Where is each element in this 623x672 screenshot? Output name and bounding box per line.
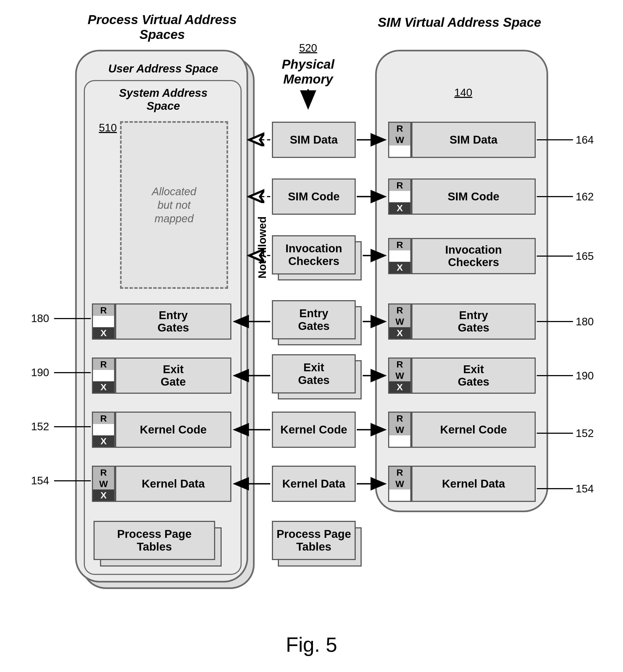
perm-left-kcode: R X — [92, 412, 115, 448]
ref-152r: 152 — [576, 427, 594, 440]
perm-x-cell: X — [93, 489, 114, 501]
right-exit-label: Exit Gates — [456, 363, 492, 388]
ref-154l: 154 — [31, 475, 49, 487]
perm-left-entry: R X — [92, 303, 115, 340]
left-kernel-data-box: Kernel Data — [115, 466, 231, 502]
right-entry-label: Entry Gates — [456, 309, 492, 334]
perm-r-cell: R — [389, 123, 410, 134]
perm-empty-cell — [389, 250, 410, 262]
perm-w-cell: W — [389, 424, 410, 436]
perm-w-cell: W — [389, 478, 410, 489]
right-invchk-label: Invocation Checkers — [443, 244, 504, 269]
perm-r-cell: R — [93, 467, 114, 478]
right-invchk-box: Invocation Checkers — [411, 238, 536, 274]
left-entry-gates-label: Entry Gates — [155, 309, 191, 334]
perm-x-cell: X — [389, 202, 410, 214]
perm-empty-cell — [93, 424, 114, 436]
right-kcode-box: Kernel Code — [411, 412, 536, 448]
right-kcode-label: Kernel Code — [438, 423, 509, 436]
perm-right-simcode: R X — [388, 178, 411, 215]
left-entry-gates-box: Entry Gates — [115, 303, 231, 340]
ref-164: 164 — [576, 134, 594, 146]
title-physical-memory: Physical Memory — [273, 57, 343, 87]
left-kernel-data-label: Kernel Data — [140, 478, 207, 490]
allocated-not-mapped-box: Allocated but not mapped — [120, 121, 228, 289]
right-simdata-label: SIM Data — [447, 134, 500, 146]
right-exit-box: Exit Gates — [411, 358, 536, 394]
perm-empty-cell — [389, 436, 410, 447]
mid-sim-code-label: SIM Code — [286, 190, 342, 203]
perm-w-cell: W — [389, 370, 410, 381]
left-kernel-code-box: Kernel Code — [115, 412, 231, 448]
perm-empty-cell — [389, 191, 410, 202]
mid-sim-code-box: SIM Code — [272, 178, 356, 215]
mid-sim-data-label: SIM Data — [288, 134, 340, 146]
ref-180r: 180 — [576, 315, 594, 328]
mid-sim-data-box: SIM Data — [272, 122, 356, 158]
mid-kdata-label: Kernel Data — [280, 478, 347, 490]
mid-entry-label: Entry Gates — [296, 307, 332, 332]
left-exit-gate-box: Exit Gate — [115, 358, 231, 394]
title-sim-vas: SIM Virtual Address Space — [354, 15, 565, 30]
mid-kcode-label: Kernel Code — [278, 423, 349, 436]
mid-entry-box: Entry Gates — [272, 300, 356, 339]
mid-exit-label: Exit Gates — [296, 361, 332, 386]
left-kernel-code-label: Kernel Code — [138, 423, 209, 436]
perm-r-cell: R — [389, 179, 410, 191]
right-entry-box: Entry Gates — [411, 303, 536, 340]
system-space-title: System Address Space — [93, 87, 234, 112]
ref-162: 162 — [576, 191, 594, 203]
perm-x-cell: X — [93, 381, 114, 393]
perm-r-cell: R — [389, 239, 410, 250]
mid-invchk-label: Invocation Checkers — [283, 242, 344, 267]
perm-x-cell: X — [389, 262, 410, 273]
right-simcode-box: SIM Code — [411, 178, 536, 215]
mid-kcode-box: Kernel Code — [272, 412, 356, 448]
user-space-title: User Address Space — [93, 62, 234, 75]
left-ppt-box: Process Page Tables — [93, 521, 215, 560]
left-exit-gate-label: Exit Gate — [158, 363, 188, 388]
ref-190r: 190 — [576, 370, 594, 382]
perm-r-cell: R — [389, 467, 410, 478]
perm-right-simdata: R W — [388, 122, 411, 158]
ref-140: 140 — [442, 87, 485, 99]
perm-w-cell: W — [93, 478, 114, 489]
perm-left-exit: R X — [92, 358, 115, 394]
perm-right-entry: R W X — [388, 303, 411, 340]
perm-r-cell: R — [93, 359, 114, 370]
perm-r-cell: R — [93, 305, 114, 316]
ref-510: 510 — [93, 122, 123, 134]
ref-165: 165 — [576, 250, 594, 262]
ref-190l: 190 — [31, 366, 49, 379]
not-allowed-label: Not Allowed — [256, 216, 268, 279]
perm-x-cell: X — [389, 381, 410, 393]
mid-ppt-label: Process Page Tables — [274, 528, 353, 553]
diagram-root: Process Virtual Address Spaces 520 Physi… — [0, 0, 623, 672]
right-simcode-label: SIM Code — [445, 190, 501, 203]
perm-right-kdata: R W — [388, 466, 411, 502]
figure-label: Fig. 5 — [0, 633, 623, 656]
title-process-vas: Process Virtual Address Spaces — [67, 12, 257, 42]
mid-ppt-box: Process Page Tables — [272, 521, 356, 560]
perm-r-cell: R — [389, 359, 410, 370]
perm-w-cell: W — [389, 134, 410, 145]
ref-180l: 180 — [31, 312, 49, 325]
mid-invchk-box: Invocation Checkers — [272, 235, 356, 275]
perm-r-cell: R — [93, 413, 114, 424]
right-kdata-box: Kernel Data — [411, 466, 536, 502]
mid-kdata-box: Kernel Data — [272, 466, 356, 502]
perm-empty-cell — [389, 489, 410, 501]
perm-w-cell: W — [389, 316, 410, 327]
left-ppt-label: Process Page Tables — [115, 528, 194, 553]
perm-x-cell: X — [389, 327, 410, 339]
right-kdata-label: Kernel Data — [440, 478, 507, 490]
ref-520: 520 — [287, 42, 330, 54]
perm-x-cell: X — [93, 327, 114, 339]
perm-empty-cell — [93, 316, 114, 327]
right-simdata-box: SIM Data — [411, 122, 536, 158]
ref-152l: 152 — [31, 421, 49, 433]
perm-empty-cell — [93, 370, 114, 381]
perm-r-cell: R — [389, 413, 410, 424]
perm-r-cell: R — [389, 305, 410, 316]
perm-left-kdata: R W X — [92, 466, 115, 502]
